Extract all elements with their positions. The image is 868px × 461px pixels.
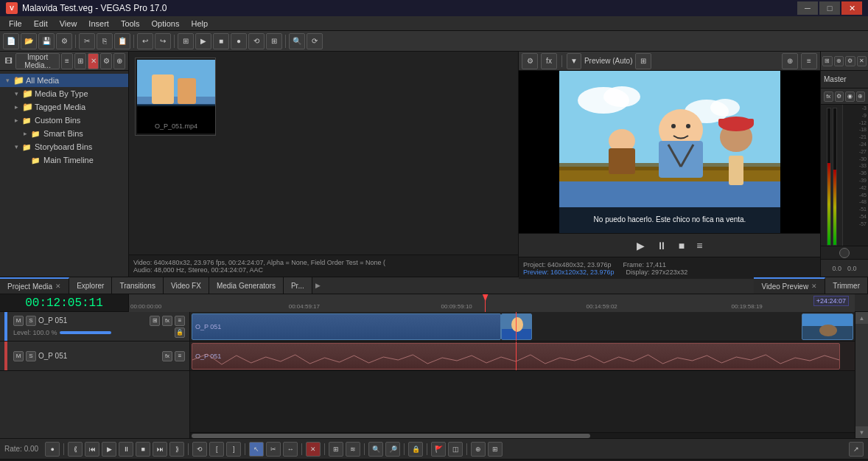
- video-clip-thumb2[interactable]: [802, 313, 853, 340]
- tab-project-media[interactable]: Project Media ✕: [0, 277, 69, 294]
- vscroll-down[interactable]: ▼: [855, 426, 868, 438]
- bt-stop-btn[interactable]: ■: [136, 442, 150, 457]
- close-button[interactable]: ✕: [841, 1, 862, 15]
- bt-cursor-btn[interactable]: ↖: [249, 442, 264, 457]
- bt-ripple-btn[interactable]: ≋: [346, 442, 360, 457]
- tree-item-smart-bins[interactable]: ▸ 📁 Smart Bins: [0, 127, 128, 140]
- mixer-btn2[interactable]: ⊕: [834, 56, 844, 66]
- left-tb-extra[interactable]: ⊕: [113, 53, 125, 69]
- bt-edit-btn[interactable]: ✂: [266, 442, 281, 457]
- tree-item-main-timeline[interactable]: 📁 Main Timeline: [0, 153, 128, 167]
- menu-view[interactable]: View: [54, 18, 83, 30]
- track-composite-btn[interactable]: ⊞: [150, 316, 160, 326]
- left-tb-settings[interactable]: ⚙: [100, 53, 112, 69]
- tab-explorer[interactable]: Explorer: [69, 277, 112, 294]
- mixer-pan-knob[interactable]: [839, 248, 850, 258]
- menu-help[interactable]: Help: [185, 18, 214, 30]
- timeline-hscroll[interactable]: [190, 432, 855, 438]
- bt-play-btn[interactable]: ▶: [102, 442, 116, 457]
- preview-extra-btn2[interactable]: ≡: [801, 53, 817, 69]
- copy-button[interactable]: ⎘: [97, 33, 113, 49]
- timeline-ruler-area[interactable]: +24:24:07 00:00:00:00 00:04:59:17 00:09:…: [129, 294, 855, 312]
- track-menu-btn[interactable]: ≡: [175, 316, 185, 326]
- timeline-hscroll-thumb[interactable]: [192, 434, 590, 438]
- tab-project-media-close[interactable]: ✕: [55, 283, 61, 290]
- tab-video-preview[interactable]: Video Preview ✕: [754, 277, 825, 294]
- preview-dropdown-btn[interactable]: ▼: [567, 53, 581, 69]
- bt-fastfwd-btn[interactable]: ⟫: [169, 442, 184, 457]
- tab-media-generators[interactable]: Media Generators: [209, 277, 284, 294]
- properties-button[interactable]: ⚙: [56, 33, 72, 49]
- mixer-fx-btn4[interactable]: ⊕: [856, 91, 866, 102]
- tab-video-preview-close[interactable]: ✕: [811, 283, 817, 290]
- multicam-button[interactable]: ⊞: [266, 33, 282, 49]
- menu-tools[interactable]: Tools: [115, 18, 146, 30]
- bt-marker-btn[interactable]: 🚩: [431, 442, 446, 457]
- track-mute-btn[interactable]: M: [13, 316, 24, 326]
- loop-button[interactable]: ⟲: [248, 33, 265, 49]
- bt-snap-btn[interactable]: ⊞: [329, 442, 343, 457]
- preview-fx-btn[interactable]: fx: [541, 53, 557, 69]
- track-audio-fx-btn[interactable]: fx: [162, 351, 172, 361]
- bt-stepback-btn[interactable]: ⏮: [85, 442, 99, 457]
- menu-options[interactable]: Options: [146, 18, 186, 30]
- mixer-btn3[interactable]: ⚙: [845, 56, 855, 66]
- bt-record-btn[interactable]: ●: [45, 442, 60, 457]
- tree-item-custom-bins[interactable]: ▸ 📁 Custom Bins: [0, 114, 128, 127]
- vscroll-up[interactable]: ▲: [855, 312, 868, 324]
- bt-loop-btn[interactable]: ⟲: [192, 442, 207, 457]
- stop-button[interactable]: ■: [213, 33, 229, 49]
- cut-button[interactable]: ✂: [79, 33, 95, 49]
- tab-video-fx[interactable]: Video FX: [164, 277, 209, 294]
- preview-play-button[interactable]: ▶: [634, 238, 648, 253]
- video-clip-thumb1[interactable]: [501, 313, 532, 340]
- redo-button[interactable]: ↪: [155, 33, 171, 49]
- preview-stop-button[interactable]: ■: [676, 238, 687, 253]
- bt-end-btn[interactable]: ↗: [849, 442, 864, 457]
- track-lock-btn[interactable]: 🔒: [175, 327, 185, 338]
- mixer-fx-btn3[interactable]: ◉: [845, 91, 855, 102]
- tab-trimmer[interactable]: Trimmer: [825, 277, 868, 294]
- left-tb-btn2[interactable]: ⊞: [74, 53, 86, 69]
- zoom-out-button[interactable]: ⟳: [307, 33, 323, 49]
- tree-item-media-by-type[interactable]: ▾ 📁 Media By Type: [0, 87, 128, 100]
- import-button[interactable]: ⊞: [178, 33, 194, 49]
- zoom-button[interactable]: 🔍: [289, 33, 305, 49]
- tree-item-storyboard-bins[interactable]: ▾ 📁 Storyboard Bins: [0, 140, 128, 153]
- track-solo-btn[interactable]: S: [26, 316, 36, 326]
- bt-inpoint-btn[interactable]: [: [209, 442, 224, 457]
- track-audio-solo-btn[interactable]: S: [26, 351, 36, 361]
- preview-extra-btn1[interactable]: ⊕: [782, 53, 798, 69]
- tab-pr[interactable]: Pr...: [284, 277, 312, 294]
- mixer-fx-btn1[interactable]: fx: [824, 91, 833, 102]
- undo-button[interactable]: ↩: [137, 33, 153, 49]
- record-button[interactable]: ●: [231, 33, 247, 49]
- bt-delete-btn[interactable]: ✕: [306, 442, 321, 457]
- tab-transitions[interactable]: Transitions: [112, 277, 164, 294]
- menu-insert[interactable]: Insert: [83, 18, 115, 30]
- tree-item-tagged-media[interactable]: ▸ 📁 Tagged Media: [0, 100, 128, 114]
- tab-arrow-right[interactable]: ▶: [312, 282, 323, 289]
- bt-pause-btn[interactable]: ⏸: [119, 442, 133, 457]
- media-item-0[interactable]: O_P_051.mp4: [135, 58, 216, 136]
- new-button[interactable]: 📄: [3, 33, 19, 49]
- minimize-button[interactable]: ─: [797, 1, 818, 15]
- open-button[interactable]: 📂: [21, 33, 37, 49]
- bt-cmd-btn[interactable]: ⊕: [471, 442, 486, 457]
- track-audio-mute-btn[interactable]: M: [13, 351, 24, 361]
- bt-rewind-btn[interactable]: ⟪: [68, 442, 83, 457]
- paste-button[interactable]: 📋: [114, 33, 130, 49]
- render-button[interactable]: ▶: [195, 33, 211, 49]
- maximize-button[interactable]: □: [819, 1, 840, 15]
- track-audio-menu-btn[interactable]: ≡: [175, 351, 185, 361]
- menu-edit[interactable]: Edit: [28, 18, 54, 30]
- preview-pause-button[interactable]: ⏸: [654, 238, 670, 253]
- menu-file[interactable]: File: [3, 18, 28, 30]
- track1-level-slider[interactable]: [60, 331, 111, 334]
- video-clip-main[interactable]: O_P 051: [192, 313, 501, 340]
- mixer-close[interactable]: ✕: [857, 56, 867, 66]
- bt-ext-btn[interactable]: ⊞: [488, 442, 503, 457]
- preview-grid-btn[interactable]: ⊞: [635, 53, 651, 69]
- bt-outpoint-btn[interactable]: ]: [226, 442, 241, 457]
- save-button[interactable]: 💾: [38, 33, 55, 49]
